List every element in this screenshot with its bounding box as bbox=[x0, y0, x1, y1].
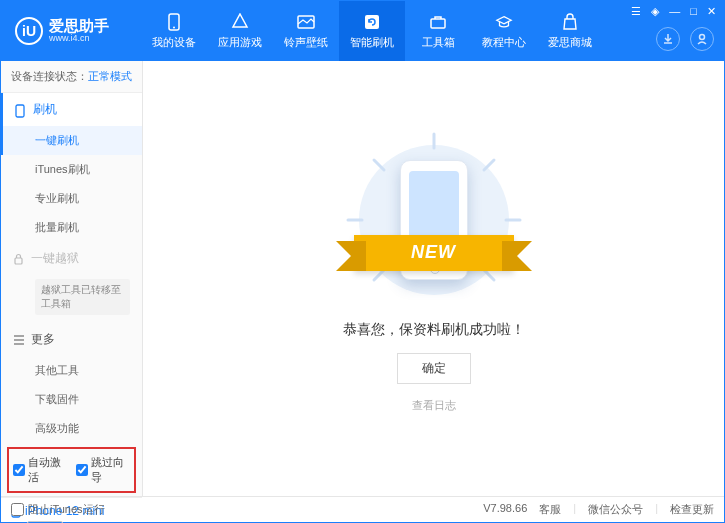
status-label: 设备连接状态： bbox=[11, 70, 88, 82]
header-actions bbox=[656, 27, 714, 51]
footer: 阻止iTunes运行 V7.98.66 客服 | 微信公众号 | 检查更新 bbox=[1, 496, 724, 522]
sidebar-flash-header[interactable]: 刷机 bbox=[1, 93, 142, 126]
sidebar-more-title: 更多 bbox=[31, 331, 55, 348]
app-window: iU 爱思助手 www.i4.cn 我的设备 应用游戏 铃声壁纸 智能刷机 bbox=[0, 0, 725, 523]
menu-icon[interactable]: ☰ bbox=[631, 5, 641, 18]
refresh-icon bbox=[363, 13, 381, 31]
wechat-link[interactable]: 微信公众号 bbox=[588, 502, 643, 517]
close-icon[interactable]: ✕ bbox=[707, 5, 716, 18]
nav-label: 应用游戏 bbox=[218, 35, 262, 50]
logo-icon: iU bbox=[15, 17, 43, 45]
nav-label: 智能刷机 bbox=[350, 35, 394, 50]
sidebar-item-pro[interactable]: 专业刷机 bbox=[1, 184, 142, 213]
toolbox-icon bbox=[429, 13, 447, 31]
nav-store[interactable]: 爱思商城 bbox=[537, 1, 603, 61]
logo: iU 爱思助手 www.i4.cn bbox=[1, 17, 141, 45]
sidebar-item-itunes[interactable]: iTunes刷机 bbox=[1, 155, 142, 184]
success-illustration: NEW bbox=[324, 145, 544, 295]
svg-line-19 bbox=[374, 160, 384, 170]
header: iU 爱思助手 www.i4.cn 我的设备 应用游戏 铃声壁纸 智能刷机 bbox=[1, 1, 724, 61]
svg-point-1 bbox=[173, 26, 175, 28]
status-value: 正常模式 bbox=[88, 70, 132, 82]
jailbreak-note: 越狱工具已转移至工具箱 bbox=[35, 279, 130, 315]
list-icon bbox=[13, 334, 25, 346]
service-link[interactable]: 客服 bbox=[539, 502, 561, 517]
svg-rect-7 bbox=[15, 258, 22, 264]
svg-point-5 bbox=[700, 35, 705, 40]
sidebar-item-oneclick[interactable]: 一键刷机 bbox=[1, 126, 142, 155]
phone-flash-icon bbox=[15, 104, 27, 116]
sidebar-more-header[interactable]: 更多 bbox=[1, 323, 142, 356]
new-ribbon: NEW bbox=[354, 235, 514, 271]
graduation-icon bbox=[495, 13, 513, 31]
skip-guide-checkbox[interactable]: 跳过向导 bbox=[76, 455, 131, 485]
app-title: 爱思助手 bbox=[49, 18, 109, 35]
nav-label: 教程中心 bbox=[482, 35, 526, 50]
user-button[interactable] bbox=[690, 27, 714, 51]
sidebar-jailbreak-header: 一键越狱 bbox=[1, 242, 142, 275]
flash-options: 自动激活 跳过向导 bbox=[7, 447, 136, 493]
wallpaper-icon bbox=[297, 13, 315, 31]
sidebar-item-batch[interactable]: 批量刷机 bbox=[1, 213, 142, 242]
view-log-link[interactable]: 查看日志 bbox=[412, 398, 456, 413]
nav-label: 工具箱 bbox=[422, 35, 455, 50]
nav-label: 爱思商城 bbox=[548, 35, 592, 50]
update-link[interactable]: 检查更新 bbox=[670, 502, 714, 517]
sidebar-item-advanced[interactable]: 高级功能 bbox=[1, 414, 142, 443]
minimize-icon[interactable]: — bbox=[669, 5, 680, 18]
nav-ringtones[interactable]: 铃声壁纸 bbox=[273, 1, 339, 61]
sidebar-item-other[interactable]: 其他工具 bbox=[1, 356, 142, 385]
download-button[interactable] bbox=[656, 27, 680, 51]
bag-icon bbox=[561, 13, 579, 31]
ok-button[interactable]: 确定 bbox=[397, 353, 471, 384]
sidebar: 设备连接状态：正常模式 刷机 一键刷机 iTunes刷机 专业刷机 批量刷机 一… bbox=[1, 61, 143, 496]
nav-tutorials[interactable]: 教程中心 bbox=[471, 1, 537, 61]
maximize-icon[interactable]: □ bbox=[690, 5, 697, 18]
svg-rect-4 bbox=[431, 19, 445, 28]
svg-line-17 bbox=[374, 270, 384, 280]
lock-icon bbox=[13, 253, 25, 265]
nav-toolbox[interactable]: 工具箱 bbox=[405, 1, 471, 61]
app-subtitle: www.i4.cn bbox=[49, 34, 109, 44]
nav-apps[interactable]: 应用游戏 bbox=[207, 1, 273, 61]
version-label: V7.98.66 bbox=[483, 502, 527, 517]
sidebar-item-firmware[interactable]: 下载固件 bbox=[1, 385, 142, 414]
nav: 我的设备 应用游戏 铃声壁纸 智能刷机 工具箱 教程中心 bbox=[141, 1, 603, 61]
success-message: 恭喜您，保资料刷机成功啦！ bbox=[343, 321, 525, 339]
window-controls: ☰ ◈ — □ ✕ bbox=[631, 5, 716, 18]
nav-my-device[interactable]: 我的设备 bbox=[141, 1, 207, 61]
body: 设备连接状态：正常模式 刷机 一键刷机 iTunes刷机 专业刷机 批量刷机 一… bbox=[1, 61, 724, 496]
phone-icon bbox=[165, 13, 183, 31]
nav-flash[interactable]: 智能刷机 bbox=[339, 1, 405, 61]
main-content: NEW 恭喜您，保资料刷机成功啦！ 确定 查看日志 bbox=[143, 61, 724, 496]
auto-activate-checkbox[interactable]: 自动激活 bbox=[13, 455, 68, 485]
connection-status: 设备连接状态：正常模式 bbox=[1, 61, 142, 93]
nav-label: 铃声壁纸 bbox=[284, 35, 328, 50]
svg-line-16 bbox=[484, 270, 494, 280]
apps-icon bbox=[231, 13, 249, 31]
block-itunes-checkbox[interactable]: 阻止iTunes运行 bbox=[11, 502, 105, 517]
sidebar-jailbreak-title: 一键越狱 bbox=[31, 250, 79, 267]
sidebar-flash-title: 刷机 bbox=[33, 101, 57, 118]
svg-rect-6 bbox=[16, 105, 24, 117]
svg-line-14 bbox=[484, 160, 494, 170]
nav-label: 我的设备 bbox=[152, 35, 196, 50]
skin-icon[interactable]: ◈ bbox=[651, 5, 659, 18]
